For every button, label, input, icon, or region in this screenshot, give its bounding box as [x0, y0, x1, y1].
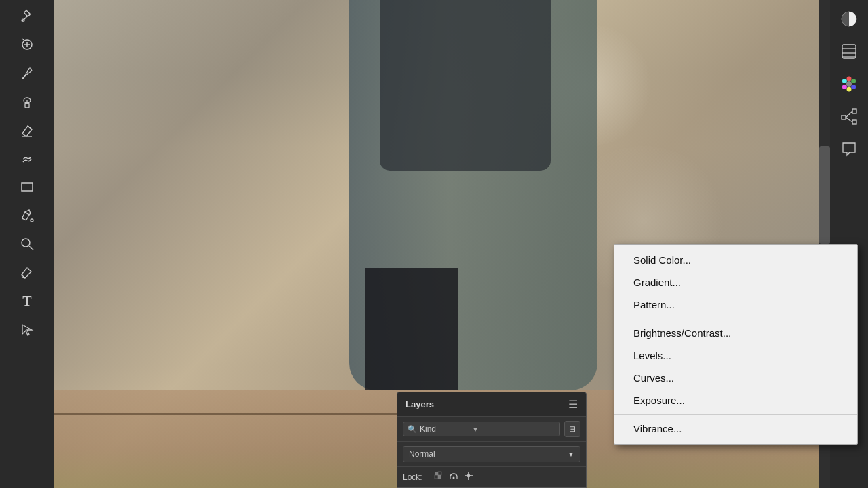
canvas-scrollbar-thumb[interactable]: [819, 146, 830, 244]
rectangle-tool[interactable]: [8, 174, 46, 201]
new-fill-adjustment-menu: Solid Color... Gradient... Pattern... Br…: [614, 244, 858, 445]
smudge-tool[interactable]: [8, 145, 46, 172]
blend-mode-arrow: ▼: [568, 451, 574, 458]
clone-stamp-tool[interactable]: [8, 88, 46, 115]
lock-transparent-btn[interactable]: [433, 470, 444, 483]
svg-line-12: [29, 246, 33, 250]
svg-point-25: [842, 79, 847, 83]
svg-line-7: [28, 126, 32, 129]
svg-rect-5: [25, 103, 29, 108]
eraser-tool[interactable]: [8, 117, 46, 144]
layers-search[interactable]: 🔍 Kind Pixel Adjustment Type Shape Smart…: [403, 422, 560, 436]
comments-icon[interactable]: [835, 136, 863, 163]
lock-row: Lock:: [397, 467, 586, 487]
layers-panel-icon[interactable]: [835, 38, 863, 65]
lock-position-btn[interactable]: [463, 470, 474, 483]
svg-point-10: [31, 219, 33, 222]
gradient-menu-item[interactable]: Gradient...: [614, 271, 857, 293]
svg-point-23: [847, 87, 852, 92]
svg-point-11: [22, 239, 30, 247]
svg-point-35: [452, 477, 454, 479]
layers-panel: Layers ☰ 🔍 Kind Pixel Adjustment Type Sh…: [397, 392, 587, 488]
curves-menu-item[interactable]: Curves...: [614, 367, 857, 389]
text-tool[interactable]: T: [8, 287, 46, 314]
color-picker-icon[interactable]: [835, 5, 863, 33]
kind-dropdown-arrow: ▼: [472, 426, 479, 433]
svg-rect-31: [435, 475, 438, 479]
text-tool-icon: T: [22, 293, 31, 309]
layers-blend-row: Normal ▼: [397, 442, 586, 467]
layers-panel-header: Layers ☰: [397, 392, 586, 417]
pattern-menu-item[interactable]: Pattern...: [614, 293, 857, 316]
search-icon: 🔍: [408, 425, 417, 434]
levels-menu-item[interactable]: Levels...: [614, 344, 857, 367]
color-wheel-icon[interactable]: [835, 70, 863, 98]
heal-brush-tool[interactable]: [8, 31, 46, 58]
lock-label: Lock:: [403, 472, 422, 482]
layers-options-btn[interactable]: ☰: [568, 398, 578, 411]
svg-rect-29: [435, 472, 438, 475]
svg-point-20: [847, 77, 852, 81]
selection-arrow-tool[interactable]: [8, 316, 46, 343]
vibrance-menu-item[interactable]: Vibrance...: [614, 418, 857, 440]
svg-rect-32: [438, 472, 441, 475]
svg-point-21: [851, 79, 856, 83]
lock-icons: [433, 470, 474, 483]
brightness-contrast-menu-item[interactable]: Brightness/Contrast...: [614, 322, 857, 344]
eyedropper-tool[interactable]: [8, 3, 46, 30]
kind-dropdown[interactable]: Kind Pixel Adjustment Type Shape Smart O…: [420, 424, 468, 434]
svg-point-22: [851, 85, 856, 89]
lock-image-btn[interactable]: [448, 470, 459, 483]
svg-line-0: [22, 16, 28, 21]
svg-rect-27: [852, 109, 856, 113]
svg-rect-26: [842, 115, 846, 119]
svg-rect-1: [24, 10, 30, 16]
pen-tool[interactable]: [8, 259, 46, 286]
svg-point-19: [846, 81, 852, 87]
filter-icon: ⊟: [569, 424, 576, 434]
brush-tool[interactable]: [8, 60, 46, 87]
layers-search-row: 🔍 Kind Pixel Adjustment Type Shape Smart…: [397, 417, 586, 442]
path-selection-icon[interactable]: [835, 103, 863, 130]
svg-rect-9: [22, 183, 33, 191]
svg-point-24: [842, 85, 847, 89]
zoom-tool[interactable]: [8, 230, 46, 258]
left-toolbar: T: [0, 0, 54, 488]
layers-filter-btn[interactable]: ⊟: [564, 421, 580, 437]
blend-mode-label: Normal: [409, 449, 435, 459]
solid-color-menu-item[interactable]: Solid Color...: [614, 249, 857, 271]
blend-mode-dropdown[interactable]: Normal ▼: [403, 446, 580, 462]
svg-rect-28: [852, 120, 856, 124]
svg-rect-15: [842, 45, 856, 58]
layers-panel-title: Layers: [406, 399, 434, 409]
menu-separator-2: [614, 414, 857, 415]
paint-bucket-tool[interactable]: [8, 202, 46, 229]
exposure-menu-item[interactable]: Exposure...: [614, 389, 857, 411]
svg-rect-30: [438, 475, 441, 479]
menu-separator-1: [614, 319, 857, 319]
